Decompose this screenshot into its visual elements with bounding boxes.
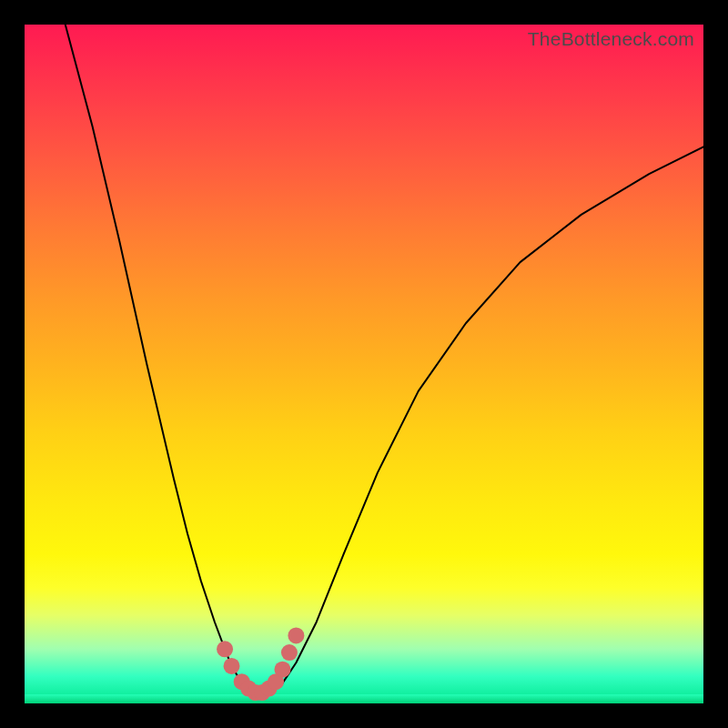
chart-frame: TheBottleneck.com	[0, 0, 728, 728]
curve-marker	[281, 644, 298, 661]
curve-marker	[217, 641, 233, 657]
plot-area: TheBottleneck.com	[25, 25, 703, 703]
watermark: TheBottleneck.com	[528, 28, 694, 50]
curve-marker	[288, 627, 304, 643]
curve-marker	[274, 662, 290, 678]
chart-svg	[25, 25, 703, 703]
curve-marker	[224, 658, 240, 674]
bottleneck-curve	[66, 25, 703, 694]
